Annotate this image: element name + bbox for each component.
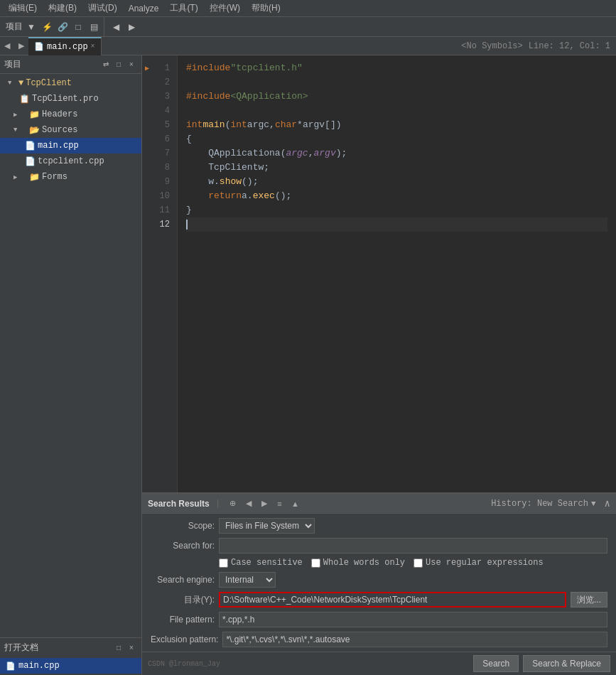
- gutter-row-empty: [142, 75, 152, 90]
- tab-bar: ◀ ▶ 📄 main.cpp × <No Symbols> Line: 12, …: [0, 37, 616, 55]
- toolbar-next-btn[interactable]: ▶: [124, 20, 139, 34]
- toolbar-box-btn[interactable]: □: [71, 20, 85, 34]
- panel-btn-expand[interactable]: ⊕: [227, 497, 239, 510]
- sidebar: 项目 ⇄ □ × ▼ ▼ TcpClient 📋 TcpClient.pro: [0, 55, 142, 675]
- search-for-input[interactable]: [219, 538, 607, 554]
- line-num-12: 12: [152, 217, 174, 232]
- tree-tcpclient-cpp[interactable]: 📄 tcpclient.cpp: [0, 153, 141, 169]
- no-symbols-indicator: <No Symbols>: [461, 41, 522, 51]
- menu-help[interactable]: 帮助(H): [246, 1, 286, 16]
- file-pattern-row: File pattern:: [151, 612, 607, 627]
- code-line-5: int main(int argc, char *argv[]): [186, 118, 607, 132]
- panel-btn-prev[interactable]: ◀: [242, 497, 255, 510]
- open-docs-close-btn[interactable]: ×: [126, 642, 137, 653]
- file-pattern-input[interactable]: [219, 612, 607, 627]
- tab-main-cpp[interactable]: 📄 main.cpp ×: [28, 37, 102, 55]
- case-sensitive-checkbox[interactable]: [219, 558, 228, 568]
- code-line-3: #include <QApplication>: [186, 90, 607, 104]
- menu-debug[interactable]: 调试(D): [82, 1, 123, 16]
- project-label: 项目: [6, 21, 23, 33]
- code-line-9: w.show();: [186, 175, 607, 189]
- search-panel: Search Results | ⊕ ◀ ▶ ≡ ▲ History: New …: [142, 492, 616, 675]
- headers-label: Headers: [42, 109, 77, 119]
- history-dropdown[interactable]: ▼: [591, 500, 596, 508]
- sidebar-actions: ⇄ □ ×: [100, 59, 137, 70]
- tree-sources-folder[interactable]: ▼ 📂 Sources: [0, 122, 141, 138]
- tree-headers-folder[interactable]: ▶ 📁 Headers: [0, 107, 141, 122]
- sidebar-sync-btn[interactable]: ⇄: [100, 59, 112, 70]
- sources-label: Sources: [42, 125, 77, 135]
- tree-root[interactable]: ▼ ▼ TcpClient: [0, 75, 141, 91]
- forms-label: Forms: [42, 172, 67, 182]
- line-num-11: 11: [152, 203, 174, 217]
- tree-main-cpp[interactable]: 📄 main.cpp: [0, 138, 141, 153]
- dir-label: 目录(Y):: [151, 594, 215, 606]
- browse-btn[interactable]: 浏览...: [571, 592, 607, 608]
- pro-file-label: TcpClient.pro: [32, 94, 99, 104]
- exclusion-input[interactable]: [222, 632, 607, 647]
- line-num-2: 2: [152, 75, 174, 90]
- tab-next-btn[interactable]: ▶: [14, 37, 28, 55]
- checkbox-group: Case sensitive Whole words only Use regu…: [219, 558, 544, 568]
- toolbar-prev-btn[interactable]: ◀: [109, 20, 123, 34]
- whole-words-item[interactable]: Whole words only: [311, 558, 405, 568]
- dir-input[interactable]: [219, 592, 566, 608]
- code-content[interactable]: #include "tcpclient.h" #include <QApplic…: [178, 55, 616, 492]
- engine-label: Search engine:: [151, 575, 215, 585]
- sources-arrow-icon: ▼: [13, 126, 22, 134]
- open-docs-float-btn[interactable]: □: [113, 642, 124, 653]
- toolbar: 项目 ▼ ⚡ 🔗 □ ▤ ◀ ▶: [0, 17, 616, 37]
- toolbar-box2-btn[interactable]: ▤: [87, 20, 101, 34]
- toolbar-link-btn[interactable]: 🔗: [55, 20, 70, 34]
- panel-btn-next[interactable]: ▶: [258, 497, 271, 510]
- tcpclient-cpp-label: tcpclient.cpp: [38, 156, 104, 166]
- search-panel-title: Search Results: [148, 499, 210, 509]
- regex-item[interactable]: Use regular expressions: [414, 558, 544, 568]
- search-btn[interactable]: Search: [473, 655, 519, 672]
- regex-checkbox[interactable]: [414, 558, 423, 568]
- gutter-row-empty3: [142, 104, 152, 118]
- panel-btn-list[interactable]: ≡: [274, 497, 286, 510]
- toolbar-nav-section: ◀ ▶: [106, 17, 141, 36]
- toolbar-project-section: 项目 ▼ ⚡ 🔗 □ ▤: [3, 17, 104, 36]
- root-arrow-icon: ▼: [8, 80, 16, 87]
- tab-close-btn[interactable]: ×: [91, 43, 95, 50]
- panel-sep1: |: [215, 498, 221, 509]
- toolbar-filter-btn[interactable]: ▼: [24, 20, 38, 34]
- line-num-8: 8: [152, 161, 174, 175]
- tree-forms-folder[interactable]: ▶ 📁 Forms: [0, 169, 141, 185]
- code-line-6: {: [186, 132, 607, 146]
- line-num-1: 1: [152, 61, 174, 75]
- search-replace-btn[interactable]: Search & Replace: [523, 655, 610, 672]
- open-docs-header[interactable]: 打开文档 □ ×: [0, 638, 141, 657]
- case-sensitive-label: Case sensitive: [231, 558, 303, 568]
- scope-select[interactable]: Files in File System: [219, 518, 315, 534]
- open-doc-main-cpp[interactable]: 📄 main.cpp: [0, 658, 141, 674]
- bottom-bar: CSDN @lronman_Jay Search Search & Replac…: [142, 652, 616, 675]
- sidebar-title: 项目: [4, 58, 21, 70]
- tab-prev-btn[interactable]: ◀: [0, 37, 14, 55]
- engine-select[interactable]: Internal: [219, 572, 276, 588]
- whole-words-checkbox[interactable]: [311, 558, 320, 568]
- menu-tools[interactable]: 工具(T): [164, 1, 203, 16]
- root-label: TcpClient: [26, 78, 72, 88]
- open-docs-actions: □ ×: [113, 642, 137, 653]
- menu-build[interactable]: 构建(B): [43, 1, 82, 16]
- line-num-7: 7: [152, 146, 174, 161]
- tree-area: ▼ ▼ TcpClient 📋 TcpClient.pro ▶ 📁 Header…: [0, 74, 141, 637]
- exclusion-label: Exclusion pattern:: [151, 634, 218, 644]
- gutter-row-empty6: [142, 146, 152, 161]
- text-cursor: [186, 220, 188, 230]
- sidebar-float-btn[interactable]: □: [113, 59, 124, 70]
- panel-close-btn[interactable]: ∧: [605, 497, 610, 509]
- case-sensitive-item[interactable]: Case sensitive: [219, 558, 303, 568]
- scope-label: Scope:: [151, 521, 215, 531]
- menu-analyze[interactable]: Analyze: [123, 2, 165, 15]
- main-cpp-icon: 📄: [25, 141, 36, 151]
- menu-edit[interactable]: 编辑(E): [3, 1, 43, 16]
- panel-btn-up[interactable]: ▲: [289, 497, 302, 510]
- menu-controls[interactable]: 控件(W): [204, 1, 246, 16]
- sidebar-close-btn[interactable]: ×: [126, 59, 137, 70]
- tree-pro-file[interactable]: 📋 TcpClient.pro: [0, 91, 141, 107]
- toolbar-filter2-btn[interactable]: ⚡: [40, 20, 54, 34]
